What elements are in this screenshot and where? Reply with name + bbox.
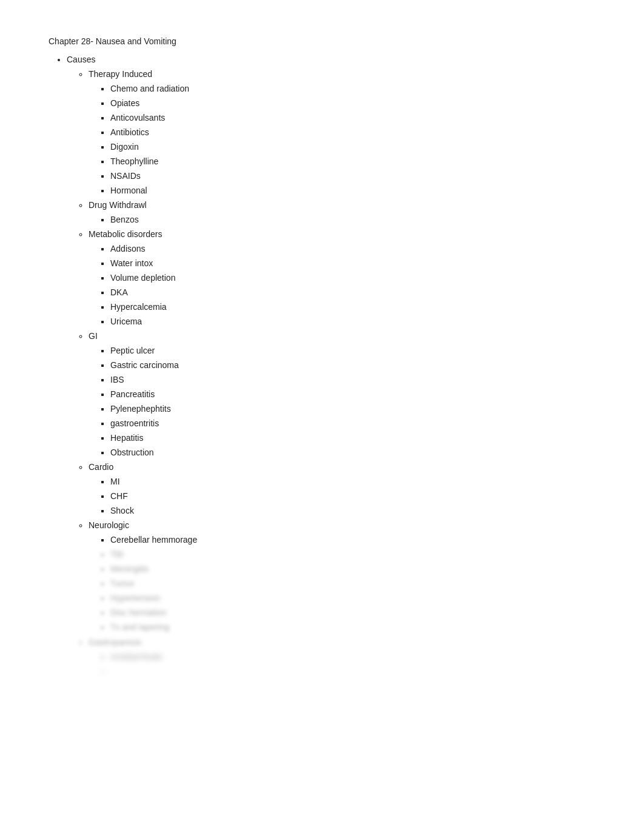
list-item: Benzos [110,213,595,226]
list-item: DKA [110,286,595,299]
list-item-blurred: Meningitis [110,563,595,575]
causes-item: Causes Therapy Induced Chemo and radiati… [67,53,595,634]
therapy-induced-item: Therapy Induced Chemo and radiation Opia… [89,68,595,197]
list-item: Volume depletion [110,272,595,284]
neurologic-item: Neurologic Cerebellar hemmorage TBI Meni… [89,519,595,634]
list-item: Peptic ulcer [110,344,595,357]
list-item: Pylenephephtits [110,403,595,415]
list-item-blurred: Hypertension [110,592,595,605]
list-item: IBS [110,374,595,386]
list-item: Hormonal [110,184,595,197]
list-item: MI [110,475,595,488]
metabolic-disorders-item: Metabolic disorders Addisons Water intox… [89,228,595,328]
list-item: Hepatitis [110,432,595,444]
list-item-blurred: Disc herniation [110,606,595,619]
list-item: Opiates [110,97,595,110]
gi-item: GI Peptic ulcer Gastric carcinoma IBS Pa… [89,330,595,459]
list-item: gastroentritis [110,417,595,430]
list-item: Water intox [110,257,595,270]
list-item: NSAIDs [110,170,595,183]
list-item-blurred: Antidiarrheals [110,651,595,663]
list-item: Digoxin [110,141,595,153]
list-item: Obstruction [110,446,595,459]
list-item: Uricema [110,315,595,328]
list-item-blurred: TBI [110,548,595,561]
blurred-level2-item: Gastroparesis Antidiarrheals [89,636,595,678]
page-title: Chapter 28- Nausea and Vomiting [49,36,595,46]
list-item-blurred [110,665,595,678]
list-item: Pancreatitis [110,388,595,401]
list-item-blurred: Tx and tapering [110,621,595,634]
list-item: CHF [110,490,595,503]
list-item: Chemo and radiation [110,82,595,95]
list-item: Shock [110,505,595,517]
list-item: Anticovulsants [110,112,595,124]
list-item: Gastric carcinoma [110,359,595,372]
list-item: Addisons [110,243,595,255]
list-item: Theophylline [110,155,595,168]
list-item-blurred: Tumor [110,577,595,590]
list-item: Hypercalcemia [110,301,595,314]
list-item: Cerebellar hemmorage [110,534,595,546]
cardio-item: Cardio MI CHF Shock [89,461,595,517]
drug-withdrawl-item: Drug Withdrawl Benzos [89,199,595,226]
list-item: Antibiotics [110,126,595,139]
